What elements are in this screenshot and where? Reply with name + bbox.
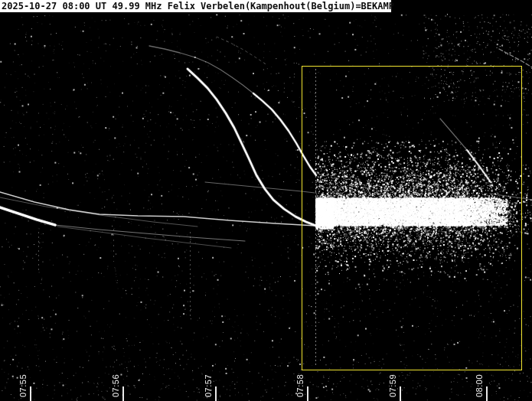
time-tick [30,386,31,401]
title-bar: 2025-10-27 08:00 UT 49.99 MHz Felix Verb… [0,0,391,12]
time-tick-label: 07:58 [295,374,305,397]
spectrogram-screen: 2025-10-27 08:00 UT 49.99 MHz Felix Verb… [0,0,532,401]
meteor-event-highlight-box [302,66,522,370]
time-tick-label: 07:57 [204,374,214,397]
time-tick [122,386,124,401]
time-tick-label: 07:56 [111,374,121,397]
time-tick [215,386,217,401]
time-tick-label: 08:00 [475,374,485,397]
title-text: 2025-10-27 08:00 UT 49.99 MHz Felix Verb… [0,1,394,11]
time-tick-label: 07:55 [18,374,28,397]
time-tick [307,386,308,401]
time-tick [486,386,488,401]
time-tick [400,386,401,401]
time-tick-label: 07:59 [388,374,398,397]
